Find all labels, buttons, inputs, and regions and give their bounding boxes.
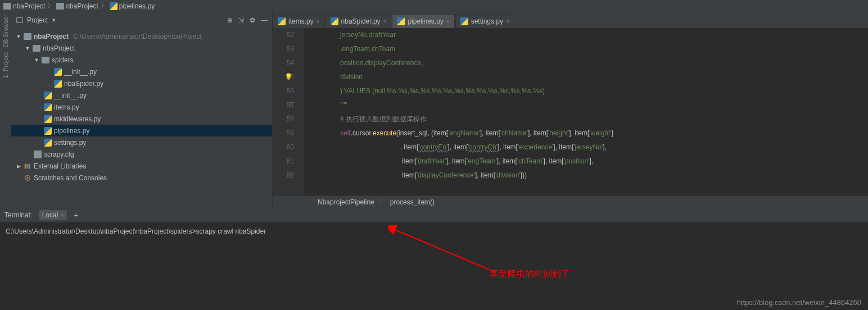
- folder-icon: [24, 33, 31, 40]
- terminal-command: scrapy crawl nbaSpider: [196, 227, 266, 235]
- chevron-right-icon: 〉: [47, 1, 54, 11]
- gear-icon[interactable]: ✿: [250, 16, 255, 24]
- python-icon: [331, 17, 338, 25]
- close-icon[interactable]: ×: [60, 212, 64, 218]
- python-icon: [44, 139, 52, 147]
- python-icon: [110, 2, 117, 10]
- tree-pipelines[interactable]: pipelines.py: [11, 125, 272, 136]
- close-icon[interactable]: ×: [383, 19, 387, 25]
- tree-spiders[interactable]: ▼spiders: [11, 54, 272, 66]
- folder-icon: [3, 3, 11, 10]
- scratches-icon: [24, 174, 31, 182]
- tree-nbaspider[interactable]: nbaSpider.py: [11, 78, 272, 89]
- dropdown-icon[interactable]: ▼: [51, 17, 56, 23]
- tab-items[interactable]: items.py×: [273, 14, 325, 28]
- panel-header: Project ▼ ⊕ ⇲ ✿ —: [11, 12, 272, 28]
- add-terminal-button[interactable]: +: [74, 211, 78, 220]
- annotation-arrow: [388, 225, 500, 275]
- svg-rect-3: [29, 163, 30, 168]
- editor-tabs: items.py× nbaSpider.py× pipelines.py× se…: [273, 12, 868, 28]
- python-icon: [44, 92, 52, 99]
- python-icon: [44, 103, 52, 111]
- python-icon: [278, 17, 286, 25]
- breadcrumb-root[interactable]: nbaProject: [3, 2, 45, 10]
- crumb-class[interactable]: NbaprojectPipeline: [318, 198, 374, 206]
- python-icon: [397, 17, 405, 25]
- editor-area: items.py× nbaSpider.py× pipelines.py× se…: [273, 12, 868, 208]
- svg-rect-1: [25, 163, 26, 168]
- fold-icon[interactable]: ⊟: [288, 98, 293, 112]
- project-panel: Project ▼ ⊕ ⇲ ✿ — ▼nbaProjectC:\Users\Ad…: [11, 12, 273, 208]
- collapse-icon[interactable]: —: [261, 16, 268, 24]
- python-icon: [44, 115, 52, 123]
- folder-icon: [56, 3, 64, 10]
- close-icon[interactable]: ×: [446, 19, 450, 25]
- tree-root[interactable]: ▼nbaProjectC:\Users\Administrator\Deskto…: [11, 30, 272, 42]
- close-icon[interactable]: ×: [317, 19, 320, 25]
- tree-init[interactable]: __init__.py: [11, 66, 272, 78]
- editor-body[interactable]: 525354 55💡 56 57⊟ 58596061 62⊟ jerseyNo,…: [273, 28, 868, 195]
- panel-title-text: Project: [27, 16, 48, 24]
- left-tool-rail: DB Browser 1: Project: [0, 12, 11, 208]
- svg-rect-0: [17, 17, 23, 22]
- tree-package[interactable]: ▼nbaProject: [11, 42, 272, 54]
- folder-icon: [33, 45, 40, 52]
- terminal-body[interactable]: C:\Users\Administrator\Desktop\nbaProjec…: [0, 222, 868, 298]
- watermark: https://blog.csdn.net/weixin_44864260: [737, 298, 861, 307]
- tree-external-libs[interactable]: ▶External Libraries: [11, 160, 272, 172]
- chevron-right-icon: 〉: [101, 1, 107, 11]
- locate-icon[interactable]: ⊕: [227, 16, 233, 24]
- crumb-fn[interactable]: process_item(): [390, 198, 435, 206]
- python-icon: [44, 127, 52, 135]
- breadcrumb: nbaProject 〉 nbaProject 〉 pipelines.py: [0, 0, 868, 12]
- tree-middlewares[interactable]: middlewares.py: [11, 113, 272, 125]
- folder-icon: [42, 57, 49, 63]
- svg-line-6: [394, 229, 489, 270]
- bulb-icon[interactable]: 💡: [284, 70, 293, 84]
- close-icon[interactable]: ×: [506, 19, 509, 25]
- fold-icon[interactable]: ⊟: [288, 168, 293, 183]
- tab-nbaspider[interactable]: nbaSpider.py×: [326, 14, 392, 28]
- python-icon: [54, 80, 62, 88]
- terminal-tab-local[interactable]: Local ×: [39, 210, 67, 220]
- code-breadcrumb: NbaprojectPipeline 〉 process_item(): [273, 195, 868, 208]
- breadcrumb-folder[interactable]: nbaProject: [56, 2, 98, 10]
- python-icon: [54, 68, 62, 76]
- library-icon: [24, 162, 31, 170]
- chevron-right-icon: 〉: [379, 197, 386, 207]
- project-tree[interactable]: ▼nbaProjectC:\Users\Administrator\Deskto…: [11, 28, 272, 208]
- terminal-bar: Terminal: Local × +: [0, 208, 868, 222]
- svg-point-5: [26, 177, 29, 179]
- db-browser-tab[interactable]: DB Browser: [2, 15, 9, 48]
- expand-icon[interactable]: ⇲: [238, 16, 244, 24]
- python-icon: [460, 17, 468, 25]
- annotation-text: 享受爬虫的时刻到了: [489, 268, 570, 280]
- tree-init2[interactable]: __init__.py: [11, 89, 272, 101]
- project-tab[interactable]: 1: Project: [2, 52, 9, 78]
- tree-settings[interactable]: settings.py: [11, 136, 272, 148]
- line-gutter: 525354 55💡 56 57⊟ 58596061 62⊟: [273, 28, 304, 195]
- terminal-prompt: C:\Users\Administrator\Desktop\nbaProjec…: [6, 227, 196, 235]
- svg-rect-2: [26, 163, 28, 168]
- tree-items[interactable]: items.py: [11, 101, 272, 113]
- tab-pipelines[interactable]: pipelines.py×: [392, 14, 454, 28]
- breadcrumb-file[interactable]: pipelines.py: [110, 2, 155, 10]
- project-icon: [16, 16, 24, 24]
- tree-scratches[interactable]: Scratches and Consoles: [11, 172, 272, 184]
- file-icon: [34, 151, 42, 158]
- tab-settings[interactable]: settings.py×: [455, 14, 514, 28]
- code-content[interactable]: jerseyNo,draftYear ,engTeam,chTeam posit…: [304, 28, 868, 195]
- terminal-label: Terminal:: [4, 211, 32, 219]
- tree-scrapycfg[interactable]: scrapy.cfg: [11, 148, 272, 160]
